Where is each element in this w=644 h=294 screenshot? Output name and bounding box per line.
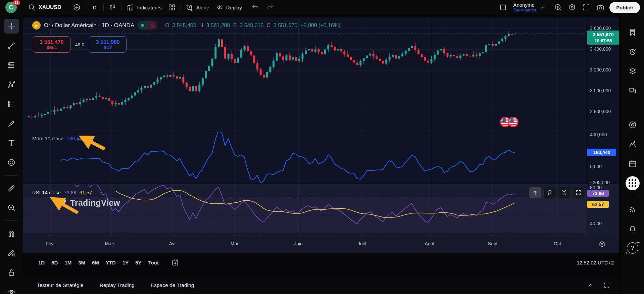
drawing-lock-tool[interactable] [4,246,19,260]
chart-container: Or / Dollar Américain · 1D · OANDA ≈ O3 … [23,17,619,272]
broadcast-button[interactable] [625,202,640,216]
chat-icon [628,86,637,95]
bottom-tab[interactable]: Replay Trading [100,282,135,288]
xabcd-pattern-icon [7,80,16,89]
compare-add-button[interactable] [70,2,84,13]
chat-button[interactable] [625,83,640,98]
save-label[interactable]: Sauvegarder [513,8,536,12]
search-icon [28,3,36,11]
buy-label: BUY [104,45,112,50]
watchlist-icon [628,28,637,37]
apps-grid-button[interactable] [625,176,640,191]
rsi-legend[interactable]: RSI 14 close 73,88 61,57 [32,190,92,195]
fullscreen-button[interactable] [579,2,593,13]
ideas-button[interactable] [625,137,640,152]
move-pane-up-button[interactable] [529,187,542,198]
range-tout-button[interactable]: Tout [145,258,162,267]
time-axis[interactable]: FévrMarsAvrMaiJuinJuillAoûtSeptOct [23,236,619,253]
magnet-tool[interactable] [4,226,19,241]
broadcast-icon [628,205,637,213]
clock[interactable]: 12:52:02 UTC+2 [577,260,614,265]
rsi-price-tag: 73,88 [587,190,609,197]
text-tool[interactable] [4,136,19,150]
redo-button[interactable] [263,2,277,13]
momentum-value: 180,440 [66,136,85,141]
bottom-tab[interactable]: Testeur de Stratégie [37,282,84,288]
forecast-icon [7,100,16,108]
chart-type-button[interactable] [105,2,119,13]
indicator-templates-button[interactable] [165,2,179,13]
momentum-legend[interactable]: Mom 10 close 180,440 [32,136,85,141]
forecast-tool[interactable] [4,97,19,111]
alert-button[interactable]: Alerte [183,2,212,13]
range-3m-button[interactable]: 3M [75,258,89,267]
economic-event-flags[interactable] [500,117,518,127]
symbol-title[interactable]: Or / Dollar Américain · 1D · OANDA [44,22,134,29]
calendar-button[interactable] [625,156,640,171]
symbol-legend[interactable]: Or / Dollar Américain · 1D · OANDA ≈ O3 … [32,21,340,30]
help-sparkle-button[interactable]: ?✦✦ [625,241,640,255]
indicators-button[interactable]: Indicateurs [123,2,164,13]
goto-date-icon[interactable] [171,258,179,266]
layout-square-icon [499,3,507,11]
object-tree-button[interactable] [625,64,640,79]
undo-button[interactable] [249,2,263,13]
user-menu-button[interactable]: Anonyme Sauvegarder [510,2,547,13]
market-status-pill[interactable]: ≈ [138,21,157,30]
buy-button[interactable]: 3 551,960 BUY [89,36,127,53]
zoom-in-tool[interactable] [4,200,19,215]
trend-line-tool[interactable] [4,38,19,53]
collapse-pane-button[interactable] [558,187,571,198]
publish-button[interactable]: Publier [609,2,640,13]
settings-button[interactable] [565,2,579,13]
last-price-tag: 3 551,670 10:07:56 [587,31,619,45]
notification-badge: 11 [13,0,20,5]
divider [247,3,247,11]
open-value: 3 545,400 [172,22,196,29]
rsi-ma-price-tag: 61,57 [587,201,609,208]
range-6m-button[interactable]: 6M [89,258,102,267]
pane-separator[interactable] [23,131,619,131]
delete-pane-button[interactable] [543,187,556,198]
fib-retracement-tool[interactable] [4,58,19,72]
sell-button[interactable]: 3 551,470 SELL [33,36,70,53]
maximize-pane-button[interactable] [572,187,585,198]
brush-tool[interactable] [4,116,19,131]
pane-separator[interactable] [23,184,619,184]
notifications-button[interactable] [625,221,640,236]
quick-search-button[interactable] [551,2,565,13]
text-icon [7,139,16,147]
chevron-up-icon[interactable] [587,282,594,289]
ruler-icon [7,184,16,193]
low-value: 3 540,015 [240,22,263,29]
bottom-tab[interactable]: Espace de Trading [151,282,194,288]
range-1m-button[interactable]: 1M [61,258,75,267]
crosshair-tool[interactable] [4,19,19,34]
range-1y-button[interactable]: 1Y [119,258,132,267]
symbol-search-button[interactable]: XAUUSD [25,2,64,13]
axis-settings-gear-icon[interactable] [598,241,606,248]
range-5y-button[interactable]: 5Y [132,258,145,267]
divider [5,220,17,221]
ruler-tool[interactable] [4,181,19,196]
maximize-panel-icon[interactable] [603,282,610,289]
interval-button[interactable]: D [88,2,102,13]
rewind-icon [215,3,224,11]
snapshot-button[interactable] [593,2,607,13]
layout-button[interactable] [496,2,510,13]
hide-drawings-tool[interactable] [4,285,19,294]
last-price-value: 3 551,670 [587,32,619,38]
screener-radar-button[interactable] [625,117,640,132]
range-ytd-button[interactable]: YTD [102,258,119,267]
axis-tick-label: 400,000 [590,132,607,137]
emoji-tool[interactable] [4,155,19,170]
user-avatar[interactable]: C 11 [5,2,17,13]
watchlist-button[interactable] [625,25,640,40]
replay-button[interactable]: Replay [212,2,245,13]
lock-all-tool[interactable] [4,265,19,280]
xabcd-pattern-tool[interactable] [4,77,19,92]
range-5d-button[interactable]: 5D [48,258,61,267]
alerts-clock-button[interactable] [625,44,640,59]
right-sidebar: ?✦✦ [621,15,644,294]
range-1d-button[interactable]: 1D [35,258,48,267]
